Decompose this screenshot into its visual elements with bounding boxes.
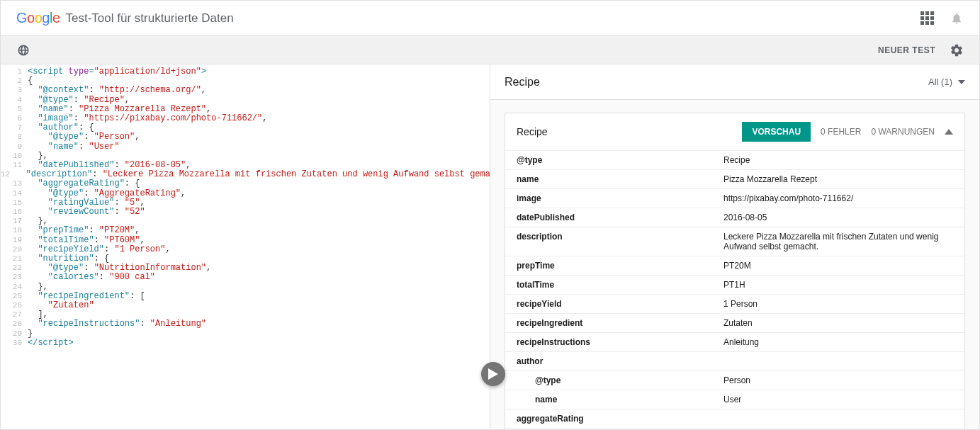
property-row[interactable]: imagehttps://pixabay.com/photo-711662/ (505, 189, 964, 208)
line-number: 20 (1, 245, 28, 254)
notifications-icon[interactable] (950, 11, 964, 26)
line-number: 22 (1, 264, 28, 273)
property-value: 2016-08-05 (718, 208, 964, 227)
property-row[interactable]: @typeRecipe (505, 151, 964, 170)
property-row[interactable]: aggregateRating (505, 409, 964, 429)
new-test-button[interactable]: NEUER TEST (878, 45, 935, 55)
property-key: recipeInstructions (505, 333, 718, 351)
line-number: 24 (1, 283, 28, 292)
card-title: Recipe (517, 126, 548, 137)
property-row[interactable]: recipeYield1 Person (505, 295, 964, 314)
property-row[interactable]: totalTimePT1H (505, 276, 964, 295)
property-row[interactable]: recipeInstructionsAnleitung (505, 333, 964, 352)
code-line[interactable]: 26 "Zutaten" (1, 301, 490, 310)
header-right (920, 11, 964, 26)
play-icon (488, 368, 498, 380)
line-number: 8 (1, 132, 28, 142)
line-number: 18 (1, 226, 28, 235)
property-key: description (505, 227, 718, 256)
line-number: 9 (1, 142, 28, 152)
property-value (718, 352, 964, 370)
preview-button[interactable]: VORSCHAU (742, 122, 811, 142)
property-value: Pizza Mozzarella Rezept (718, 170, 964, 188)
property-key: prepTime (505, 256, 718, 275)
gear-icon[interactable] (950, 43, 964, 57)
tool-title: Test-Tool für strukturierte Daten (66, 11, 234, 26)
line-number: 27 (1, 310, 28, 319)
code-line[interactable]: 1<script type="application/ld+json"> (1, 67, 490, 77)
property-value: Recipe (718, 151, 964, 169)
line-number: 21 (1, 254, 28, 264)
property-key: totalTime (505, 276, 718, 294)
property-key: aggregateRating (505, 409, 718, 428)
results-filter[interactable]: All (1) (928, 77, 965, 87)
code-line[interactable]: 9 "name": "User" (1, 142, 490, 152)
line-number: 12 (1, 170, 16, 179)
line-number: 17 (1, 217, 28, 226)
property-value: User (718, 390, 964, 409)
line-number: 23 (1, 273, 28, 282)
property-row[interactable]: @typePerson (505, 371, 964, 390)
chevron-up-icon[interactable] (945, 129, 953, 135)
property-value: Anleitung (718, 333, 964, 351)
property-value: PT20M (718, 256, 964, 275)
property-key: @type (505, 151, 718, 169)
property-value: Leckere Pizza Mozzarella mit frischen Zu… (718, 227, 964, 256)
property-row[interactable]: datePublished2016-08-05 (505, 208, 964, 227)
line-number: 7 (1, 123, 28, 132)
toolbar: NEUER TEST (1, 36, 979, 64)
property-key: recipeIngredient (505, 314, 718, 332)
line-number: 28 (1, 319, 28, 329)
line-number: 1 (1, 67, 28, 77)
code-line[interactable]: 30</script> (1, 339, 490, 348)
code-line[interactable]: 23 "calories": "900 cal" (1, 273, 490, 282)
code-editor[interactable]: 1<script type="application/ld+json">2{3 … (1, 64, 490, 430)
line-number: 4 (1, 96, 28, 105)
property-key: author (505, 352, 718, 370)
property-row[interactable]: namePizza Mozzarella Rezept (505, 170, 964, 189)
globe-icon[interactable] (16, 43, 30, 57)
code-line[interactable]: 29} (1, 329, 490, 339)
line-number: 10 (1, 152, 28, 161)
property-key: recipeYield (505, 295, 718, 313)
main: 1<script type="application/ld+json">2{3 … (1, 64, 979, 430)
results-header: Recipe All (1) (490, 64, 979, 100)
toolbar-left (16, 43, 30, 57)
chevron-down-icon (958, 80, 965, 84)
property-value: Zutaten (718, 314, 964, 332)
property-value: Person (718, 371, 964, 390)
code-line[interactable]: 16 "reviewCount": "52" (1, 208, 490, 217)
card-actions: VORSCHAU 0 FEHLER 0 WARNUNGEN (742, 122, 953, 142)
results-title: Recipe (505, 76, 540, 89)
line-number: 19 (1, 236, 28, 245)
line-number: 15 (1, 198, 28, 208)
header-left: Google Test-Tool für strukturierte Daten (16, 10, 234, 26)
line-number: 3 (1, 86, 28, 95)
property-key: image (505, 189, 718, 208)
filter-label: All (1) (928, 77, 952, 87)
result-card: Recipe VORSCHAU 0 FEHLER 0 WARNUNGEN @ty… (505, 113, 965, 430)
line-number: 6 (1, 114, 28, 123)
property-row[interactable]: nameUser (505, 390, 964, 409)
line-number: 30 (1, 339, 28, 348)
run-button[interactable] (481, 362, 505, 386)
errors-count: 0 FEHLER (821, 127, 861, 137)
warnings-count: 0 WARNUNGEN (871, 127, 935, 137)
card-header[interactable]: Recipe VORSCHAU 0 FEHLER 0 WARNUNGEN (505, 113, 964, 151)
line-number: 26 (1, 301, 28, 310)
property-key: datePublished (505, 208, 718, 227)
line-number: 14 (1, 189, 28, 198)
property-row[interactable]: prepTimePT20M (505, 256, 964, 276)
line-number: 2 (1, 77, 28, 86)
results-panel: Recipe All (1) Recipe VORSCHAU 0 FEHLER … (490, 64, 979, 430)
google-logo: Google (16, 10, 60, 26)
code-line[interactable]: 28 "recipeInstructions": "Anleitung" (1, 319, 490, 329)
line-number: 5 (1, 105, 28, 114)
property-row[interactable]: descriptionLeckere Pizza Mozzarella mit … (505, 227, 964, 256)
apps-icon[interactable] (920, 11, 934, 26)
toolbar-right: NEUER TEST (878, 43, 964, 57)
property-key: name (505, 170, 718, 188)
line-number: 13 (1, 179, 28, 188)
property-row[interactable]: author (505, 352, 964, 371)
property-row[interactable]: recipeIngredientZutaten (505, 314, 964, 333)
